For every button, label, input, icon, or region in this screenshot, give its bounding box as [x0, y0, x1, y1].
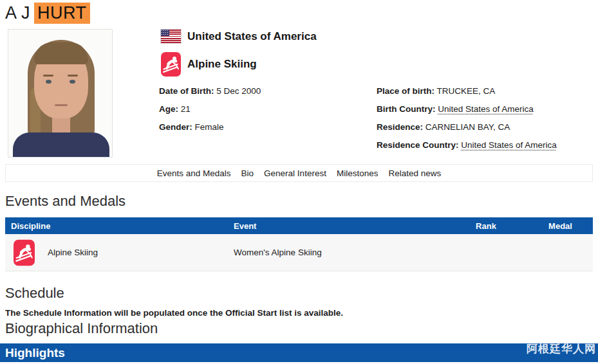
athlete-profile-page: A JHURT United States of America [0, 0, 598, 364]
events-table-header: Discipline Event Rank Medal [5, 217, 593, 234]
alpine-skiing-icon [161, 52, 181, 77]
details-right-column: Place of birth: TRUCKEE, CA Birth Countr… [377, 84, 595, 156]
schedule-message: The Schedule Information will be populat… [5, 308, 343, 318]
usa-flag-icon [161, 30, 181, 43]
avatar-eye [46, 80, 51, 84]
biographical-information-heading: Biographical Information [5, 320, 158, 337]
avatar-eyebrow [68, 75, 78, 77]
site-watermark: 阿根廷华人网 [527, 341, 596, 356]
events-and-medals-heading: Events and Medals [5, 193, 126, 210]
athlete-photo [8, 29, 113, 158]
schedule-heading: Schedule [5, 285, 64, 302]
tab-general-interest[interactable]: General Interest [264, 168, 326, 178]
avatar-eyebrow [43, 75, 53, 77]
avatar-mouth [55, 104, 68, 106]
cell-discipline: Alpine Skiing [5, 239, 234, 267]
header-discipline: Discipline [5, 221, 234, 231]
avatar-hairline [34, 42, 88, 64]
sport-row: Alpine Skiing [161, 52, 257, 77]
alpine-skiing-icon [14, 239, 35, 267]
detail-gender: Gender: Female [159, 120, 365, 138]
discipline-name: Alpine Skiing [48, 248, 98, 257]
header-event: Event [234, 221, 444, 231]
page-title: A JHURT [5, 3, 90, 23]
tab-bio[interactable]: Bio [241, 168, 254, 178]
avatar-eye [70, 80, 75, 84]
sport-name: Alpine Skiing [187, 58, 257, 71]
athlete-name-search-highlight: HURT [34, 3, 90, 24]
profile-tabbar: Events and Medals Bio General Interest M… [5, 164, 593, 182]
details-left-column: Date of Birth: 5 Dec 2000 Age: 21 Gender… [159, 84, 365, 138]
highlights-section-bar: Highlights [0, 343, 598, 362]
detail-age: Age: 21 [159, 102, 365, 120]
events-table: Discipline Event Rank Medal [5, 217, 593, 271]
highlights-heading: Highlights [5, 346, 65, 360]
tab-milestones[interactable]: Milestones [337, 168, 378, 178]
country-row: United States of America [161, 30, 317, 43]
detail-residence-country: Residence Country: United States of Amer… [377, 138, 595, 156]
cell-event: Women's Alpine Skiing [234, 248, 444, 257]
country-name: United States of America [187, 30, 317, 43]
avatar-shirt [13, 132, 109, 158]
table-row[interactable]: Alpine Skiing Women's Alpine Skiing [5, 234, 593, 271]
tab-events-and-medals[interactable]: Events and Medals [157, 168, 231, 178]
header-medal: Medal [528, 221, 593, 231]
detail-date-of-birth: Date of Birth: 5 Dec 2000 [159, 84, 365, 102]
tab-related-news[interactable]: Related news [388, 168, 441, 178]
detail-residence: Residence: CARNELIAN BAY, CA [377, 120, 595, 138]
athlete-name: A J [5, 3, 30, 23]
detail-birth-country: Birth Country: United States of America [377, 102, 595, 120]
header-rank: Rank [444, 221, 528, 231]
detail-place-of-birth: Place of birth: TRUCKEE, CA [377, 84, 595, 102]
